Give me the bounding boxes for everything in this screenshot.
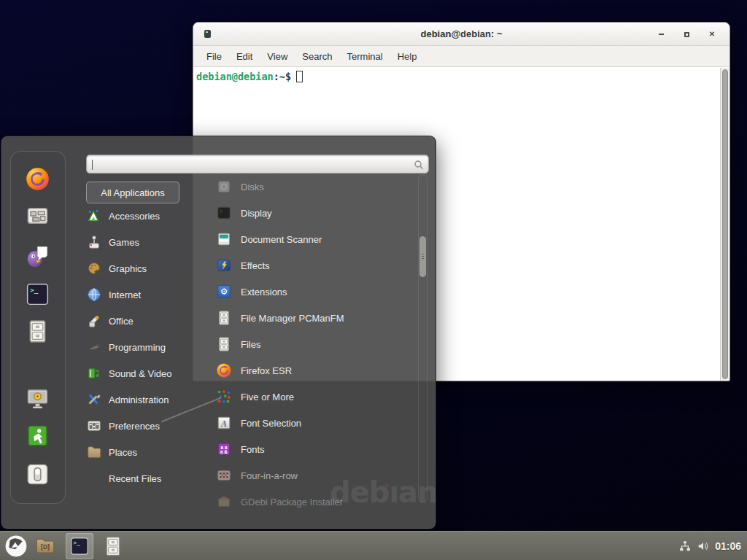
- app-row-document-scanner[interactable]: Document Scanner: [209, 226, 420, 252]
- terminal-scrollbar-thumb[interactable]: [722, 69, 728, 379]
- taskbar-folder-button[interactable]: [D]: [34, 534, 57, 558]
- app-row-firefox-esr[interactable]: Firefox ESR: [209, 357, 420, 384]
- sidebar-item-shutdown[interactable]: [25, 462, 50, 487]
- svg-text:a &: a &: [220, 449, 228, 454]
- lock-screen-icon: [25, 386, 50, 411]
- pidgin-icon: [25, 244, 50, 269]
- four-in-a-row-icon: [216, 467, 232, 483]
- app-row-five-or-more[interactable]: Five or More: [209, 384, 420, 410]
- category-label: Office: [109, 316, 133, 327]
- taskbar-menu-button[interactable]: [4, 534, 28, 558]
- prompt-user-host: debian@debian: [196, 71, 274, 82]
- firefox-icon: [25, 166, 50, 192]
- shell-prompt: debian@debian:~$: [196, 71, 729, 82]
- app-label: Document Scanner: [241, 234, 322, 245]
- sidebar-item-logout[interactable]: [25, 423, 50, 448]
- menu-scrollbar-thumb[interactable]: [419, 236, 426, 277]
- category-internet[interactable]: Internet: [86, 281, 197, 308]
- category-preferences[interactable]: Preferences: [86, 413, 197, 439]
- app-row-file-manager-pcmanfm[interactable]: File Manager PCManFM: [209, 305, 420, 331]
- category-accessories[interactable]: Accessories: [86, 203, 197, 229]
- app-row-fonts[interactable]: a aa &Fonts: [209, 436, 420, 462]
- terminal-scrollbar[interactable]: [720, 68, 729, 381]
- minimize-icon: [659, 34, 664, 35]
- terminal-menubar: File Edit View Search Terminal Help: [193, 46, 729, 67]
- taskbar-files-button[interactable]: [102, 535, 124, 557]
- all-applications-button[interactable]: All Applications: [86, 182, 179, 203]
- app-row-display[interactable]: Display: [209, 200, 420, 226]
- category-label: Places: [109, 447, 137, 458]
- app-row-files[interactable]: Files: [209, 331, 420, 357]
- category-label: Accessories: [109, 211, 160, 222]
- app-row-effects[interactable]: Effects: [209, 252, 420, 279]
- minimize-button[interactable]: [657, 30, 665, 39]
- document-scanner-icon: [216, 231, 232, 247]
- maximize-button[interactable]: [682, 30, 691, 39]
- app-label: Files: [241, 339, 260, 350]
- sidebar-item-package-manager[interactable]: [25, 204, 50, 230]
- accessories-icon: [86, 208, 102, 224]
- terminal-titlebar[interactable]: debian@debian: ~ ✕: [193, 23, 729, 46]
- category-games[interactable]: Games: [86, 229, 197, 255]
- category-graphics[interactable]: Graphics: [86, 255, 197, 281]
- menu-help[interactable]: Help: [390, 51, 425, 62]
- app-row-gdebi[interactable]: GDebi Package Installer: [209, 489, 420, 515]
- clock[interactable]: 01:06: [715, 540, 741, 552]
- folder-icon: [D]: [34, 534, 57, 558]
- sidebar-item-terminal[interactable]: >_: [25, 281, 50, 307]
- sidebar-item-file-manager[interactable]: [25, 319, 50, 344]
- taskbar: [D] >_ 01:06: [0, 531, 747, 560]
- display-icon: [216, 205, 232, 221]
- category-label: Preferences: [109, 421, 160, 432]
- category-sound-video[interactable]: Sound & Video: [86, 360, 197, 386]
- search-input[interactable]: [93, 157, 406, 171]
- volume-icon[interactable]: [697, 540, 710, 553]
- category-recent-files[interactable]: Recent Files: [86, 465, 197, 491]
- close-icon: ✕: [709, 31, 715, 38]
- menu-file[interactable]: File: [199, 51, 229, 62]
- category-label: Internet: [109, 289, 141, 300]
- files-icon: [216, 336, 232, 352]
- app-row-disks[interactable]: Disks: [209, 174, 420, 200]
- category-label: Games: [109, 237, 139, 248]
- gdebi-icon: [216, 494, 232, 510]
- taskbar-terminal-button[interactable]: >_: [66, 533, 93, 559]
- sidebar-item-lock-screen[interactable]: [25, 386, 50, 411]
- category-administration[interactable]: Administration: [86, 386, 197, 413]
- office-icon: [86, 313, 102, 329]
- menu-view[interactable]: View: [260, 51, 295, 62]
- app-row-font-selection[interactable]: AFont Selection: [209, 410, 420, 436]
- svg-text:⚙: ⚙: [220, 287, 228, 297]
- category-programming[interactable]: Programming: [86, 334, 197, 360]
- svg-text:>_: >_: [30, 286, 39, 294]
- menu-edit[interactable]: Edit: [229, 51, 260, 62]
- internet-icon: [86, 287, 102, 303]
- category-places[interactable]: Places: [86, 439, 197, 465]
- sidebar-item-firefox[interactable]: [25, 166, 50, 192]
- terminal-icon: >_: [69, 536, 90, 556]
- log-out-icon: [25, 423, 50, 448]
- category-label: Recent Files: [109, 473, 161, 484]
- network-icon[interactable]: [678, 540, 692, 553]
- app-label: Disks: [241, 182, 264, 192]
- file-manager-pcmanfm-icon: [216, 310, 232, 326]
- administration-icon: [86, 392, 102, 408]
- font-selection-icon: A: [216, 415, 232, 431]
- app-label: Effects: [241, 260, 270, 271]
- sidebar-item-pidgin[interactable]: [25, 244, 50, 269]
- menu-search-box: [86, 155, 429, 174]
- menu-scrollbar[interactable]: [418, 174, 427, 502]
- app-row-four-in-a-row[interactable]: Four-in-a-row: [209, 462, 420, 489]
- app-label: Display: [241, 208, 272, 219]
- games-icon: [86, 234, 102, 250]
- search-icon: [413, 159, 425, 171]
- five-or-more-icon: [216, 389, 232, 405]
- close-button[interactable]: ✕: [708, 30, 716, 39]
- app-row-extensions[interactable]: ⚙Extensions: [209, 279, 420, 305]
- effects-icon: [216, 257, 232, 273]
- window-title: debian@debian: ~: [193, 28, 729, 39]
- category-office[interactable]: Office: [86, 308, 197, 334]
- menu-terminal[interactable]: Terminal: [340, 51, 390, 62]
- menu-search[interactable]: Search: [295, 51, 339, 62]
- file-manager-icon: [25, 319, 50, 344]
